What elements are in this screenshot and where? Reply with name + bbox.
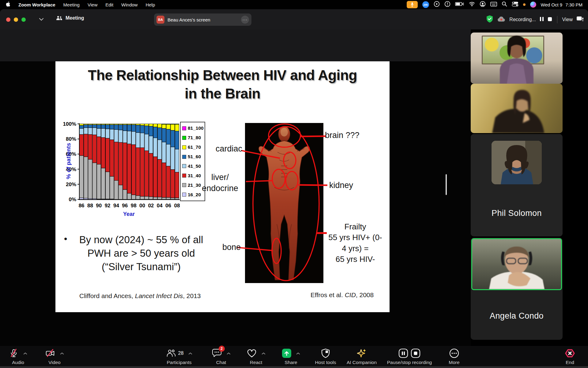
mic-muted-icon xyxy=(9,348,18,358)
menu-view[interactable]: View xyxy=(88,2,97,7)
label-frailty: Frailty 55 yrs HIV+ (0- 4 yrs) = 65 yrs … xyxy=(320,221,390,265)
legend-swatch xyxy=(182,174,186,178)
video-button[interactable]: Video xyxy=(24,348,85,365)
end-hexagon-icon xyxy=(564,348,575,358)
bullet-marker: • xyxy=(64,234,67,244)
participants-sidebar: Phil Solomon Angela Co xyxy=(471,29,588,346)
control-center-icon[interactable] xyxy=(512,1,518,8)
mic-in-use-indicator[interactable] xyxy=(407,1,418,8)
end-meeting-button[interactable]: End xyxy=(539,348,588,365)
macos-menubar: Zoom Workplace Meeting View Edit Window … xyxy=(0,0,588,9)
cloud-recording-icon xyxy=(497,16,506,23)
participant-video-2[interactable] xyxy=(471,84,563,133)
participant-video-1[interactable] xyxy=(471,33,563,84)
menubar-clock[interactable]: Wed Oct 9 7:30 PM xyxy=(541,2,582,7)
svg-text:92: 92 xyxy=(105,203,111,209)
view-layout-icon[interactable] xyxy=(576,16,584,23)
legend-item: 51_60 xyxy=(182,154,203,159)
zoom-titlebar: Meeting BA Beau Ances's screen ··· Recor… xyxy=(0,9,588,29)
citation-left: Clifford and Ances, Lancet Infect Dis, 2… xyxy=(79,292,201,300)
window-zoom-button[interactable] xyxy=(21,17,26,22)
camera-off-icon xyxy=(45,348,55,358)
input-source-icon[interactable] xyxy=(490,2,497,8)
wifi-icon[interactable] xyxy=(469,2,475,8)
legend-label: 61_70 xyxy=(188,144,201,150)
user-session-icon[interactable] xyxy=(480,1,486,8)
share-options-ellipsis-button[interactable]: ··· xyxy=(241,16,249,24)
meeting-tab[interactable]: Meeting xyxy=(56,15,84,21)
svg-text:02: 02 xyxy=(148,203,154,209)
svg-text:88: 88 xyxy=(87,203,93,209)
label-bone: bone xyxy=(210,243,241,252)
view-label[interactable]: View xyxy=(562,17,573,22)
avatar-phil-solomon xyxy=(492,141,542,184)
shared-screen-slide: The Relationship Between HIV and Aging i… xyxy=(55,61,390,312)
pause-recording-button[interactable] xyxy=(540,17,544,23)
participant-tile-angela-condo[interactable]: Angela Condo xyxy=(471,238,563,340)
age-distribution-chart: % of patients 0%20%40%60%80%100%86889092… xyxy=(62,121,184,220)
spotlight-search-icon[interactable] xyxy=(502,1,507,8)
participants-icon xyxy=(166,349,176,358)
legend-label: 81_100 xyxy=(188,125,204,131)
divider xyxy=(557,16,557,23)
menubar-app-name[interactable]: Zoom Workplace xyxy=(18,2,55,7)
menu-help[interactable]: Help xyxy=(145,2,155,7)
chart-y-axis-label: % of patients xyxy=(65,132,72,190)
svg-text:100%: 100% xyxy=(63,121,76,127)
screen: Zoom Workplace Meeting View Edit Window … xyxy=(0,0,588,368)
share-screen-icon xyxy=(282,349,291,358)
legend-label: 51_60 xyxy=(188,154,201,159)
battery-icon[interactable] xyxy=(455,2,464,8)
stop-recording-button[interactable] xyxy=(548,17,552,23)
shared-screen-pill[interactable]: BA Beau Ances's screen ··· xyxy=(154,13,251,26)
participant-4-silhouette xyxy=(472,239,561,289)
sparkle-icon xyxy=(356,348,367,358)
siri-icon[interactable] xyxy=(530,2,536,8)
participant-name: Phil Solomon xyxy=(471,209,563,218)
svg-text:04: 04 xyxy=(157,203,163,209)
menu-meeting[interactable]: Meeting xyxy=(63,2,80,7)
menu-edit[interactable]: Edit xyxy=(105,2,113,7)
legend-swatch xyxy=(182,126,186,130)
svg-text:06: 06 xyxy=(165,203,171,209)
time-machine-icon[interactable] xyxy=(444,1,450,8)
legend-swatch xyxy=(182,183,186,187)
screen-mirroring-icon[interactable] xyxy=(434,1,440,8)
svg-text:96: 96 xyxy=(122,203,128,209)
apple-menu-icon[interactable] xyxy=(6,1,10,8)
stage-scrollbar[interactable] xyxy=(446,174,447,195)
ellipsis-icon xyxy=(449,348,459,358)
stacked-bar-chart: 0%20%40%60%80%100%8688909294969800020406… xyxy=(62,121,184,210)
legend-swatch xyxy=(182,155,186,159)
window-close-button[interactable] xyxy=(6,17,10,22)
zoom-menubar-icon[interactable]: zm xyxy=(422,1,429,8)
legend-label: 71_80 xyxy=(188,135,201,140)
anatomy-figure-image xyxy=(245,123,323,283)
security-shield-icon[interactable] xyxy=(486,15,493,24)
svg-text:90: 90 xyxy=(96,203,102,209)
bullet-text: By now (2024) ~ 55 % of all PWH are > 50… xyxy=(72,233,210,274)
more-button[interactable]: More xyxy=(424,348,485,365)
legend-swatch xyxy=(182,136,186,140)
label-brain: brain ??? xyxy=(325,131,360,140)
participant-1-silhouette xyxy=(471,33,563,84)
participant-tile-phil-solomon[interactable]: Phil Solomon xyxy=(471,134,563,236)
stage-top-strip xyxy=(0,29,471,61)
legend-item: 71_80 xyxy=(182,135,203,140)
svg-text:08: 08 xyxy=(174,203,180,209)
legend-item: 41_50 xyxy=(182,163,203,169)
heart-icon xyxy=(247,349,257,358)
participants-count: 28 xyxy=(178,351,184,356)
chevron-down-icon[interactable] xyxy=(39,17,43,22)
window-minimize-button[interactable] xyxy=(14,17,18,22)
participant-2-silhouette xyxy=(471,84,563,133)
svg-text:86: 86 xyxy=(79,203,85,209)
sharer-avatar: BA xyxy=(156,16,164,24)
svg-text:00: 00 xyxy=(139,203,145,209)
menu-window[interactable]: Window xyxy=(121,2,138,7)
shared-screen-label: Beau Ances's screen xyxy=(168,17,210,22)
svg-text:98: 98 xyxy=(131,203,137,209)
video-options-caret[interactable] xyxy=(60,351,64,356)
svg-text:94: 94 xyxy=(113,203,119,209)
active-speaker-video xyxy=(471,238,562,290)
